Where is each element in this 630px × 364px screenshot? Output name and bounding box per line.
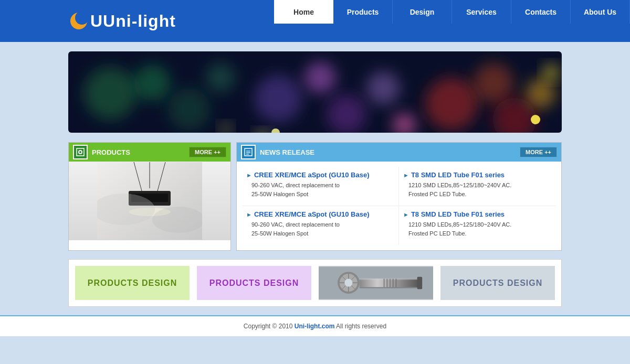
nav-about[interactable]: About Us	[571, 0, 630, 24]
svg-rect-48	[386, 279, 388, 287]
svg-rect-52	[417, 277, 422, 290]
svg-rect-50	[392, 279, 394, 287]
logo-icon	[68, 11, 88, 31]
svg-point-6	[255, 75, 302, 122]
news-title-4: T8 SMD LED Tube F01 series	[411, 210, 505, 218]
news-item-3: ► CREE XRE/MCE aSpot (GU10 Base) 90-260 …	[242, 206, 399, 245]
svg-point-8	[327, 94, 366, 133]
top-bar: UUni-light Home Products Design Services…	[0, 0, 630, 42]
svg-point-16	[220, 124, 231, 133]
footer-suffix: All rights reserved	[334, 323, 386, 330]
nav-contacts[interactable]: Contacts	[511, 0, 571, 24]
logo-wrapper: UUni-light	[68, 11, 176, 31]
news-link-1[interactable]: ► CREE XRE/MCE aSpot (GU10 Base)	[246, 171, 392, 179]
nav-products[interactable]: Products	[333, 0, 393, 24]
bottom-banner-4[interactable]: PRODUCTS DESIGN	[440, 266, 555, 300]
svg-rect-47	[383, 279, 385, 287]
products-panel-label: PRODUCTS	[73, 145, 130, 159]
news-desc-4: 1210 SMD LEDs,85~125/180~240V AC.Frosted…	[403, 220, 550, 238]
products-panel-title: PRODUCTS	[92, 148, 130, 156]
svg-point-2	[84, 67, 136, 120]
bottom-banner-2[interactable]: PRODUCTS DESIGN	[197, 266, 311, 300]
news-title-2: T8 SMD LED Tube F01 series	[411, 171, 505, 179]
news-link-2[interactable]: ► T8 SMD LED Tube F01 series	[403, 171, 550, 179]
products-more-button[interactable]: MORE ++	[189, 147, 226, 157]
svg-point-11	[425, 78, 478, 130]
news-more-button[interactable]: MORE ++	[520, 147, 557, 157]
banner-svg	[68, 51, 562, 133]
svg-point-14	[526, 79, 555, 108]
svg-point-22	[79, 151, 81, 153]
bottom-banner-3	[319, 266, 433, 300]
copyright-text: Copyright © 2010	[244, 323, 295, 330]
news-grid: ► CREE XRE/MCE aSpot (GU10 Base) 90-260 …	[237, 162, 561, 250]
svg-rect-49	[390, 279, 391, 287]
svg-rect-46	[360, 287, 419, 288]
svg-point-7	[304, 62, 336, 93]
logo-u: U	[90, 12, 103, 30]
svg-point-17	[544, 65, 559, 80]
news-desc-1: 90-260 VAC, direct replacement to25-50W …	[246, 181, 392, 198]
main-content: PRODUCTS MORE ++	[68, 142, 562, 251]
news-arrow-2: ►	[403, 172, 409, 178]
bottom-banners: PRODUCTS DESIGN PRODUCTS DESIGN	[68, 259, 562, 307]
news-panel-title: NEWS RELEASE	[260, 148, 314, 156]
svg-point-12	[474, 63, 513, 103]
news-item-2: ► T8 SMD LED Tube F01 series 1210 SMD LE…	[399, 167, 556, 206]
products-icon-box	[73, 145, 88, 159]
products-image	[69, 162, 230, 240]
nav-services[interactable]: Services	[452, 0, 511, 24]
news-arrow-3: ►	[246, 211, 252, 218]
nav-design[interactable]: Design	[393, 0, 452, 24]
svg-point-19	[531, 115, 540, 124]
footer: Copyright © 2010 Uni-light.com All right…	[0, 315, 630, 336]
nav-wrapper: Home Products Design Services Contacts A…	[274, 0, 630, 24]
news-icon	[244, 147, 253, 157]
product-photo-svg	[319, 266, 433, 300]
banner	[68, 51, 562, 133]
svg-point-18	[271, 129, 280, 133]
svg-point-3	[134, 65, 171, 101]
svg-rect-32	[245, 148, 252, 156]
news-arrow-1: ►	[246, 172, 252, 178]
pendant-svg	[97, 162, 202, 240]
news-title-1: CREE XRE/MCE aSpot (GU10 Base)	[254, 171, 370, 179]
news-panel-header: NEWS RELEASE MORE ++	[237, 143, 561, 162]
svg-point-1	[75, 11, 88, 25]
pendant-container	[69, 162, 230, 240]
svg-point-10	[393, 113, 416, 133]
logo-text: UUni-light	[90, 12, 176, 31]
news-item-4: ► T8 SMD LED Tube F01 series 1210 SMD LE…	[399, 206, 556, 245]
news-link-3[interactable]: ► CREE XRE/MCE aSpot (GU10 Base)	[246, 210, 392, 218]
bottom-banner-1[interactable]: PRODUCTS DESIGN	[75, 266, 190, 300]
news-panel: NEWS RELEASE MORE ++ ► CREE XRE/MCE aSpo…	[236, 142, 562, 251]
products-panel: PRODUCTS MORE ++	[68, 142, 231, 251]
svg-point-43	[344, 279, 352, 286]
products-icon	[76, 147, 85, 157]
products-panel-header: PRODUCTS MORE ++	[69, 143, 230, 162]
svg-point-9	[366, 71, 400, 105]
news-link-4[interactable]: ► T8 SMD LED Tube F01 series	[403, 210, 550, 218]
news-icon-box	[241, 145, 256, 159]
news-desc-2: 1210 SMD LEDs,85~125/180~240V AC.Frosted…	[403, 181, 550, 198]
news-arrow-4: ►	[403, 211, 409, 218]
nav-home[interactable]: Home	[274, 0, 333, 24]
news-title-3: CREE XRE/MCE aSpot (GU10 Base)	[254, 210, 370, 218]
news-panel-label: NEWS RELEASE	[241, 145, 314, 159]
logo-brand: Uni-light	[103, 12, 176, 30]
news-item-1: ► CREE XRE/MCE aSpot (GU10 Base) 90-260 …	[242, 167, 399, 206]
footer-link[interactable]: Uni-light.com	[295, 323, 335, 330]
news-desc-3: 90-260 VAC, direct replacement to25-50W …	[246, 220, 392, 238]
svg-point-15	[256, 132, 269, 133]
svg-rect-51	[395, 279, 397, 287]
svg-point-5	[206, 63, 235, 92]
svg-point-4	[168, 88, 210, 130]
